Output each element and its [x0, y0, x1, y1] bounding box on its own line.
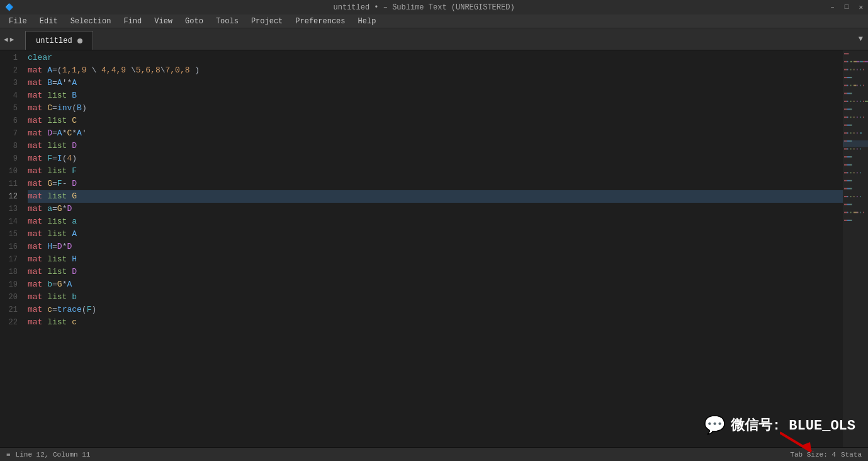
code-line-7: mat D=A*C*A': [28, 127, 843, 140]
tabbar: ◀ ▶ untitled ▼: [0, 28, 868, 50]
token: ): [190, 64, 200, 77]
code-line-18: mat list D: [28, 266, 843, 278]
token: (: [62, 152, 67, 165]
token: =: [52, 178, 57, 190]
tab-prev-arrow[interactable]: ◀: [4, 35, 8, 43]
menu-item-tools[interactable]: Tools: [210, 14, 245, 28]
tab-modified-dot: [77, 38, 82, 43]
token: 4,4,9: [101, 64, 126, 77]
token: C: [47, 102, 52, 115]
token: ): [72, 152, 77, 165]
code-line-22: mat list c: [28, 316, 843, 329]
token: list: [47, 291, 72, 304]
line-number-5: 5: [5, 102, 18, 115]
code-line-4: mat list B: [28, 89, 843, 102]
line-number-15: 15: [5, 228, 18, 241]
menu-item-edit[interactable]: Edit: [33, 14, 64, 28]
minimap[interactable]: [843, 50, 868, 447]
token: (: [82, 304, 87, 316]
tab-size[interactable]: Tab Size: 4: [790, 451, 836, 458]
token: \: [161, 64, 166, 77]
cursor-position: Line 12, Column 11: [16, 451, 91, 458]
token: F: [87, 304, 92, 316]
menu-item-preferences[interactable]: Preferences: [289, 14, 351, 28]
token: I: [57, 152, 62, 165]
line-number-11: 11: [5, 178, 18, 190]
token: *: [62, 127, 67, 140]
menu-item-file[interactable]: File: [3, 14, 33, 28]
token: mat: [28, 291, 47, 304]
minimap-canvas: [843, 50, 868, 447]
token: \: [126, 64, 136, 77]
status-icon: ≡: [6, 451, 11, 458]
line-number-1: 1: [5, 52, 18, 64]
token: ': [82, 127, 87, 140]
token: inv: [57, 102, 72, 115]
tab-label: untitled: [36, 31, 72, 50]
token: =: [52, 203, 57, 215]
token: clear: [28, 52, 52, 64]
token: =(: [52, 64, 62, 77]
line-number-22: 22: [5, 316, 18, 329]
menu-item-help[interactable]: Help: [352, 14, 383, 28]
tab-dropdown-arrow[interactable]: ▼: [854, 35, 868, 43]
tab-untitled[interactable]: untitled: [25, 31, 93, 50]
statusbar: ≡ Line 12, Column 11 Tab Size: 4 Stata: [0, 447, 868, 461]
token: =: [52, 241, 57, 253]
token: mat: [28, 215, 47, 228]
editor: 12345678910111213141516171819202122 clea…: [0, 50, 868, 447]
code-area[interactable]: clearmat A=(1,1,9 \ 4,4,9 \5,6,8\7,0,8 )…: [25, 50, 843, 447]
token: -: [62, 178, 67, 190]
token: mat: [28, 140, 47, 152]
token: list: [47, 215, 72, 228]
token: G: [57, 278, 62, 291]
code-line-19: mat b=G*A: [28, 278, 843, 291]
token: *: [62, 278, 67, 291]
menu-item-selection[interactable]: Selection: [64, 14, 118, 28]
code-line-21: mat c=trace(F): [28, 304, 843, 316]
token: ): [91, 304, 96, 316]
tab-next-arrow[interactable]: ▶: [10, 35, 14, 43]
line-number-7: 7: [5, 127, 18, 140]
token: mat: [28, 278, 47, 291]
token: *: [67, 77, 72, 89]
line-number-13: 13: [5, 203, 18, 215]
line-number-18: 18: [5, 266, 18, 278]
menu-item-view[interactable]: View: [148, 14, 179, 28]
token: mat: [28, 115, 47, 127]
window-title: untitled • – Sublime Text (UNREGISTERED): [18, 3, 830, 12]
menu-item-find[interactable]: Find: [117, 14, 148, 28]
token: B: [47, 77, 52, 89]
line-number-21: 21: [5, 304, 18, 316]
token: G: [47, 178, 52, 190]
token: B: [77, 102, 82, 115]
token: mat: [28, 89, 47, 102]
minimize-button[interactable]: –: [830, 3, 835, 11]
token: A: [67, 278, 72, 291]
token: D: [57, 241, 62, 253]
token: list: [47, 253, 72, 266]
app-icon: 🔷: [5, 3, 14, 11]
close-button[interactable]: ✕: [859, 3, 863, 11]
maximize-button[interactable]: □: [845, 3, 849, 11]
token: *: [62, 241, 67, 253]
code-line-15: mat list A: [28, 228, 843, 241]
code-line-3: mat B=A'*A: [28, 77, 843, 89]
code-line-11: mat G=F- D: [28, 178, 843, 190]
menu-item-goto[interactable]: Goto: [179, 14, 210, 28]
token: 4: [67, 152, 72, 165]
token: mat: [28, 152, 47, 165]
token: =: [52, 77, 57, 89]
token: D: [67, 203, 72, 215]
line-numbers: 12345678910111213141516171819202122: [0, 50, 25, 447]
token: G: [72, 190, 77, 203]
code-line-13: mat a=G*D: [28, 203, 843, 215]
syntax[interactable]: Stata: [841, 451, 862, 458]
token: a: [47, 203, 52, 215]
menu-item-project[interactable]: Project: [245, 14, 289, 28]
token: =: [52, 102, 57, 115]
token: =: [52, 278, 57, 291]
token: F: [72, 165, 77, 178]
token: list: [47, 115, 72, 127]
token: mat: [28, 64, 47, 77]
